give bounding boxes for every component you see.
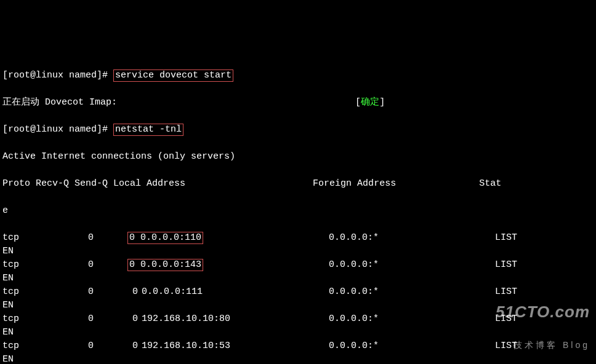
col-foreign: 0.0.0.0:* [329,258,495,272]
col-foreign: 0.0.0.0:* [329,312,495,326]
netstat-rows: tcp00 0.0.0.0:1100.0.0.0:*LISTENtcp00 0.… [2,231,594,364]
netstat-row: tcp00192.168.10.10:800.0.0.0:*LIST [2,312,594,326]
shell-prompt: [root@linux named]# [2,124,113,135]
col-state: LIST [495,285,532,299]
netstat-row: tcp00 0.0.0.0:1100.0.0.0:*LIST [2,231,594,245]
col-local: 0.0.0.0:111 [138,285,329,299]
col-recvq: 0 [46,339,94,353]
col-proto: tcp [2,258,46,272]
start-message: 正在启动 Dovecot Imap: [2,97,117,108]
netstat-row: tcp00192.168.10.10:530.0.0.0:*LIST [2,339,594,353]
col-state: LIST [495,312,532,326]
col-recvq: 0 [46,285,94,299]
col-sendq: 0 [94,285,138,299]
col-sendq: 0 [94,312,138,326]
netstat-row: tcp000.0.0.0:1110.0.0.0:*LIST [2,285,594,299]
netstat-header: Proto Recv-Q Send-Q Local Address Foreig… [2,177,594,191]
state-wrap: EN [2,299,594,312]
header-state: Stat [479,178,501,189]
col-recvq: 0 [46,231,94,245]
col-proto: tcp [2,339,46,353]
col-foreign: 0.0.0.0:* [329,231,495,245]
command-highlight: service dovecot start [113,69,233,82]
col-state: LIST [495,339,532,353]
col-foreign: 0.0.0.0:* [329,339,495,353]
bracket-open: [ [355,97,361,108]
header-left: Proto Recv-Q Send-Q Local Address [2,178,185,189]
header-wrap: e [2,204,594,218]
state-wrap: EN [2,272,594,285]
col-local: 192.168.10.10:80 [138,312,329,326]
col-proto: tcp [2,312,46,326]
col-state: LIST [495,258,532,272]
cmd-line-1: [root@linux named]# service dovecot star… [2,69,594,82]
bracket-close: ] [379,97,385,108]
cmd-line-2: [root@linux named]# netstat -tnl [2,123,594,136]
netstat-row: tcp00 0.0.0.0:1430.0.0.0:*LIST [2,258,594,272]
shell-prompt: [root@linux named]# [2,70,113,81]
service-start-line: 正在启动 Dovecot Imap: [确定] [2,96,594,109]
state-wrap: EN [2,326,594,339]
col-local: 192.168.10.10:53 [138,339,329,353]
col-foreign: 0.0.0.0:* [329,285,495,299]
command-highlight: netstat -tnl [113,124,183,136]
col-proto: tcp [2,231,46,245]
status-ok: 确定 [361,97,379,108]
col-proto: tcp [2,285,46,299]
col-recvq: 0 [46,312,94,326]
terminal[interactable]: [root@linux named]# service dovecot star… [0,54,596,364]
header-foreign: Foreign Address [313,178,396,189]
active-connections-line: Active Internet connections (only server… [2,150,594,164]
state-wrap: EN [2,353,594,364]
col-recvq: 0 [46,258,94,272]
highlight-box: 0 0.0.0.0:110 [127,232,203,244]
state-wrap: EN [2,245,594,258]
col-sendq: 0 [94,339,138,353]
col-state: LIST [495,231,532,245]
highlight-box: 0 0.0.0.0:143 [127,259,203,271]
